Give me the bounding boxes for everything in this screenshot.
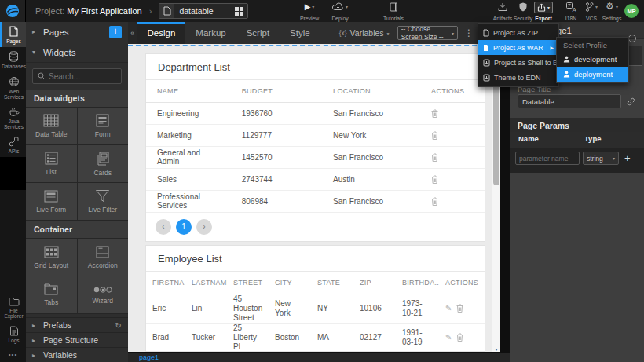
- chevron-down-icon[interactable]: ▾: [595, 4, 598, 9]
- page-number-button[interactable]: 1: [176, 219, 192, 235]
- chevron-down-icon[interactable]: ▾: [547, 5, 550, 10]
- widget-tile-live-form[interactable]: Live Form: [26, 183, 77, 220]
- table-row[interactable]: Brad Tucker 25 Liberty Pl Boston MA 0212…: [146, 323, 485, 352]
- widget-tile-wizard[interactable]: Wizard: [78, 276, 129, 313]
- kebab-menu-icon[interactable]: ⋮: [464, 27, 474, 38]
- open-page-tab[interactable]: page1: [128, 353, 159, 361]
- rail-item-web-services[interactable]: Web Services: [0, 72, 26, 103]
- export-button[interactable]: ▾ Export: [533, 2, 554, 21]
- page-prev-button[interactable]: ‹: [156, 219, 171, 235]
- refresh-icon[interactable]: ↻: [115, 321, 122, 330]
- rail-item-java-services[interactable]: Java Services: [0, 103, 26, 133]
- add-page-button[interactable]: +: [109, 26, 122, 38]
- menu-item-theme-to-edn[interactable]: Theme to EDN: [478, 70, 558, 85]
- page-structure-accordion-header[interactable]: ▸ Page Structure: [26, 332, 128, 347]
- column-header[interactable]: LOCATION: [322, 80, 420, 102]
- param-type-select[interactable]: string ▾: [583, 152, 619, 165]
- rail-overflow-icon[interactable]: •••: [0, 346, 26, 362]
- rail-item-logs[interactable]: Logs: [0, 322, 26, 346]
- variables-dropdown[interactable]: {x} Variables ▾: [339, 28, 390, 38]
- column-header[interactable]: BIRTHDA...: [396, 272, 439, 294]
- delete-row-icon[interactable]: [431, 109, 438, 118]
- delete-row-icon[interactable]: [431, 153, 438, 162]
- edit-row-icon[interactable]: ✎: [445, 304, 452, 313]
- column-header[interactable]: NAME: [146, 80, 231, 102]
- i18n-button[interactable]: A I18N: [561, 2, 581, 21]
- settings-button[interactable]: ⚙ ▾ Settings: [602, 2, 622, 21]
- rail-item-apis[interactable]: APIs: [0, 133, 26, 157]
- vcs-button[interactable]: ▾ VCS: [581, 2, 602, 21]
- column-header[interactable]: STATE: [311, 272, 353, 294]
- add-param-button[interactable]: +: [624, 152, 631, 164]
- chevron-down-icon[interactable]: ▾: [346, 4, 348, 9]
- page-title-input[interactable]: [518, 94, 621, 108]
- column-header[interactable]: FIRSTNA...: [146, 272, 185, 294]
- artifacts-button[interactable]: Artifacts: [492, 2, 513, 21]
- column-header[interactable]: LASTNAME: [185, 272, 227, 294]
- table-row[interactable]: Sales 2743744 Austin: [146, 168, 485, 190]
- widget-tile-form[interactable]: Form: [78, 108, 129, 144]
- tab-design[interactable]: Design: [137, 22, 186, 44]
- variables-accordion-header[interactable]: ▸ Variables: [26, 347, 128, 362]
- tab-script[interactable]: Script: [236, 22, 280, 44]
- grid-view-icon[interactable]: [235, 7, 243, 16]
- table-row[interactable]: Professional Services 806984 San Francis…: [146, 190, 485, 212]
- tab-markup[interactable]: Markup: [185, 22, 236, 44]
- column-header[interactable]: CITY: [269, 272, 311, 294]
- canvas-scrollbar[interactable]: ▾: [492, 44, 500, 352]
- widgets-accordion-header[interactable]: ▾ Widgets: [26, 42, 128, 63]
- column-header[interactable]: STREET: [227, 272, 269, 294]
- preview-button[interactable]: ▶▾ Preview: [299, 2, 320, 21]
- widget-tile-cards[interactable]: Cards: [78, 145, 129, 182]
- submenu-item-development[interactable]: development: [557, 52, 628, 67]
- table-row[interactable]: Engineering 1936760 San Francisco: [146, 102, 485, 124]
- tab-style[interactable]: Style: [280, 22, 320, 44]
- chevron-down-icon[interactable]: ▾: [312, 4, 314, 9]
- menu-item-project-as-war[interactable]: Project As WAR ▶: [478, 40, 558, 55]
- link-icon[interactable]: [627, 97, 635, 106]
- table-row[interactable]: Eric Lin 45 Houston Street New York NY 1…: [146, 294, 485, 323]
- widget-tile-tabs[interactable]: Tabs: [26, 276, 77, 313]
- table-row[interactable]: General and Admin 1452570 San Francisco: [146, 146, 485, 168]
- column-header[interactable]: BUDGET: [231, 80, 322, 102]
- department-list-widget[interactable]: Department List NAME BUDGET LOCATION ACT…: [145, 53, 485, 242]
- widget-tile-accordion[interactable]: Accordion: [78, 239, 129, 276]
- rail-item-pages[interactable]: Pages: [0, 22, 26, 47]
- user-avatar[interactable]: MP: [624, 4, 639, 18]
- page-selector[interactable]: datatable: [159, 3, 248, 19]
- design-canvas[interactable]: Department List NAME BUDGET LOCATION ACT…: [128, 44, 500, 352]
- rail-item-file-explorer[interactable]: File Explorer: [0, 293, 26, 322]
- prefabs-accordion-header[interactable]: ▸ Prefabs ↻: [26, 317, 128, 332]
- widget-search-input[interactable]: [49, 72, 116, 81]
- column-header[interactable]: ZIP: [353, 272, 396, 294]
- delete-row-icon[interactable]: [431, 131, 438, 140]
- widget-tile-live-filter[interactable]: Live Filter: [78, 183, 129, 220]
- deploy-button[interactable]: ▾ Deploy: [330, 2, 350, 21]
- submenu-item-label: deployment: [574, 70, 613, 79]
- menu-item-project-as-shell-to-edn[interactable]: Project as Shell to EDN: [478, 55, 558, 70]
- delete-row-icon[interactable]: [431, 197, 438, 206]
- sync-icon[interactable]: [628, 35, 636, 42]
- rail-item-databases[interactable]: Databases: [0, 47, 26, 72]
- delete-row-icon[interactable]: [456, 304, 463, 313]
- widget-tile-grid-layout[interactable]: Grid Layout: [26, 239, 77, 276]
- param-name-input[interactable]: [515, 152, 580, 165]
- submenu-item-deployment[interactable]: deployment: [557, 67, 628, 82]
- tutorials-button[interactable]: Tutorials: [383, 2, 404, 21]
- pages-accordion-header[interactable]: ▸ Pages +: [26, 22, 128, 42]
- delete-row-icon[interactable]: [431, 175, 438, 184]
- partial-control[interactable]: [627, 46, 642, 66]
- employee-list-widget[interactable]: Employee List FIRSTNA... LASTNAME STREET…: [145, 245, 485, 352]
- table-row[interactable]: Marketing 1129777 New York: [146, 124, 485, 146]
- delete-row-icon[interactable]: [456, 333, 463, 342]
- collapse-panel-button[interactable]: «: [128, 22, 137, 44]
- widget-tile-list[interactable]: List: [26, 145, 77, 182]
- screen-size-select[interactable]: -- Choose Screen Size -- ▾: [397, 26, 458, 40]
- edit-row-icon[interactable]: ✎: [445, 333, 452, 342]
- page-next-button[interactable]: ›: [196, 219, 212, 235]
- chevron-down-icon[interactable]: ▾: [616, 4, 618, 9]
- security-button[interactable]: Security: [513, 2, 533, 21]
- menu-item-project-as-zip[interactable]: Project As ZIP: [478, 25, 558, 40]
- widget-tile-data-table[interactable]: Data Table: [26, 108, 77, 144]
- scroll-down-icon[interactable]: ▾: [492, 346, 500, 352]
